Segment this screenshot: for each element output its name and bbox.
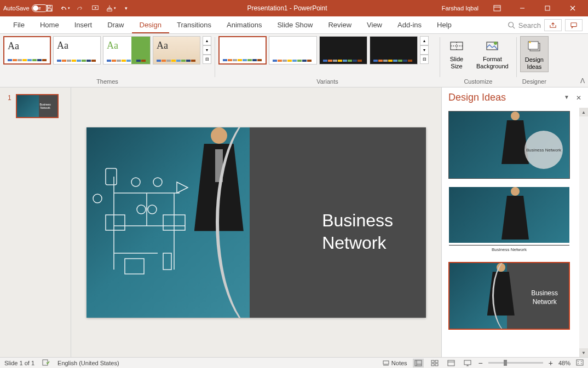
slideshow-icon[interactable] [462, 359, 473, 367]
slide-thumbnail[interactable]: Business Network [16, 94, 59, 118]
tab-add-ins[interactable]: Add-ins [390, 17, 429, 33]
ribbon-tabs: FileHomeInsertDrawDesignTransitionsAnima… [0, 16, 588, 34]
design-ideas-label: Design Ideas [525, 56, 544, 71]
scroll-up-icon[interactable]: ▲ [579, 108, 588, 116]
redo-icon[interactable] [73, 2, 87, 15]
svg-rect-12 [571, 23, 577, 27]
svg-rect-45 [435, 364, 438, 366]
format-background-icon [483, 37, 501, 55]
close-icon[interactable] [561, 1, 585, 16]
tab-animations[interactable]: Animations [219, 17, 269, 33]
gallery-nav-icon[interactable]: ⊟ [203, 55, 211, 64]
svg-rect-2 [48, 9, 51, 11]
gallery-nav-icon[interactable]: ⊟ [420, 55, 429, 64]
gallery-nav-icon[interactable]: ▴ [203, 36, 211, 45]
minimize-icon[interactable] [510, 1, 534, 16]
tab-help[interactable]: Help [429, 17, 459, 33]
tab-slide-show[interactable]: Slide Show [269, 17, 320, 33]
slide-number: 1 [8, 94, 11, 351]
undo-icon[interactable]: ▾ [58, 2, 71, 15]
gallery-nav-icon[interactable]: ▾ [420, 45, 429, 55]
autosave-label: AutoSave [3, 5, 30, 11]
tab-draw[interactable]: Draw [100, 17, 131, 33]
svg-point-35 [148, 205, 157, 214]
tab-insert[interactable]: Insert [67, 17, 100, 33]
tab-file[interactable]: File [5, 17, 32, 33]
maximize-icon[interactable] [535, 1, 560, 16]
pane-close-icon[interactable]: ✕ [576, 94, 581, 102]
svg-rect-43 [435, 360, 438, 363]
svg-rect-1 [48, 5, 50, 8]
variant-thumbnail[interactable] [370, 36, 418, 65]
format-background-label: Format Background [476, 56, 509, 70]
tab-design[interactable]: Design [132, 17, 169, 33]
tab-review[interactable]: Review [320, 17, 359, 33]
gallery-nav-icon[interactable]: ▴ [420, 36, 429, 45]
slide-title[interactable]: Business Network [322, 209, 393, 255]
zoom-in-icon[interactable]: + [549, 359, 553, 367]
designer-group-label: Designer [520, 77, 549, 86]
svg-rect-51 [577, 360, 583, 365]
touch-mode-icon[interactable]: ▾ [104, 2, 117, 15]
design-idea-thumbnail[interactable]: Business Network [448, 111, 570, 179]
design-idea-thumbnail[interactable]: Business Network [448, 262, 570, 330]
notes-button[interactable]: Notes [383, 360, 407, 366]
from-beginning-icon[interactable] [89, 2, 102, 15]
svg-rect-39 [415, 360, 422, 366]
document-title: Presentation1 - PowerPoint [132, 4, 442, 12]
pane-options-icon[interactable]: ▼ [564, 94, 569, 102]
svg-point-34 [137, 205, 146, 214]
autosave-toggle[interactable]: AutoSave Off [3, 4, 41, 12]
variant-thumbnail[interactable] [319, 36, 367, 65]
zoom-out-icon[interactable]: − [479, 359, 483, 367]
design-ideas-icon [526, 38, 543, 55]
design-idea-thumbnail[interactable]: Business Network [448, 186, 570, 254]
svg-rect-29 [125, 259, 144, 274]
language-indicator[interactable]: English (United States) [57, 360, 119, 366]
autosave-state: Off [35, 6, 41, 11]
title-bar: AutoSave Off ▾ ▾ ▾ Presentation1 - Power… [0, 0, 588, 16]
normal-view-icon[interactable] [413, 359, 424, 367]
svg-point-33 [93, 194, 102, 203]
slide-edit-area[interactable]: Business Network [71, 87, 441, 357]
save-icon[interactable] [43, 2, 56, 15]
theme-thumbnail[interactable]: Aa [153, 36, 200, 65]
svg-point-17 [494, 42, 497, 45]
spellcheck-icon[interactable] [42, 359, 50, 367]
scrollbar[interactable]: ▲ ▼ [579, 108, 588, 357]
share-button[interactable] [544, 19, 562, 31]
tab-home[interactable]: Home [32, 17, 67, 33]
reading-view-icon[interactable] [446, 359, 457, 367]
theme-thumbnail[interactable]: Aa [53, 36, 101, 65]
collapse-ribbon-icon[interactable]: ᐱ [580, 77, 585, 85]
theme-thumbnail[interactable]: Aa [103, 36, 151, 65]
tab-transitions[interactable]: Transitions [169, 17, 219, 33]
search-box[interactable]: Search [508, 21, 541, 30]
svg-rect-30 [163, 253, 171, 270]
slide-counter[interactable]: Slide 1 of 1 [4, 360, 34, 366]
scroll-down-icon[interactable]: ▼ [579, 348, 588, 357]
pane-title: Design Ideas [448, 92, 506, 103]
format-background-button[interactable]: Format Background [472, 36, 513, 71]
svg-rect-37 [383, 361, 389, 364]
search-placeholder: Search [518, 21, 541, 30]
user-name[interactable]: Farshad Iqbal [442, 5, 479, 11]
svg-point-31 [131, 178, 140, 186]
variant-thumbnail[interactable] [218, 36, 267, 65]
gallery-nav-icon[interactable]: ▾ [203, 45, 211, 55]
zoom-slider[interactable] [488, 362, 543, 364]
slide-canvas[interactable]: Business Network [87, 127, 426, 318]
slide-size-label: Slide Size [450, 56, 463, 70]
slide-size-icon [448, 37, 465, 55]
slide-sorter-icon[interactable] [429, 359, 440, 367]
zoom-level[interactable]: 48% [558, 360, 570, 366]
comments-button[interactable] [565, 19, 583, 31]
tab-view[interactable]: View [359, 17, 390, 33]
qat-more-icon[interactable]: ▾ [119, 2, 132, 15]
ribbon-display-icon[interactable] [485, 1, 509, 16]
theme-thumbnail[interactable]: Aa [3, 36, 51, 65]
variant-thumbnail[interactable] [269, 36, 317, 65]
slide-size-button[interactable]: Slide Size [443, 36, 470, 71]
design-ideas-button[interactable]: Design Ideas [520, 36, 549, 72]
fit-to-window-icon[interactable] [576, 359, 584, 367]
